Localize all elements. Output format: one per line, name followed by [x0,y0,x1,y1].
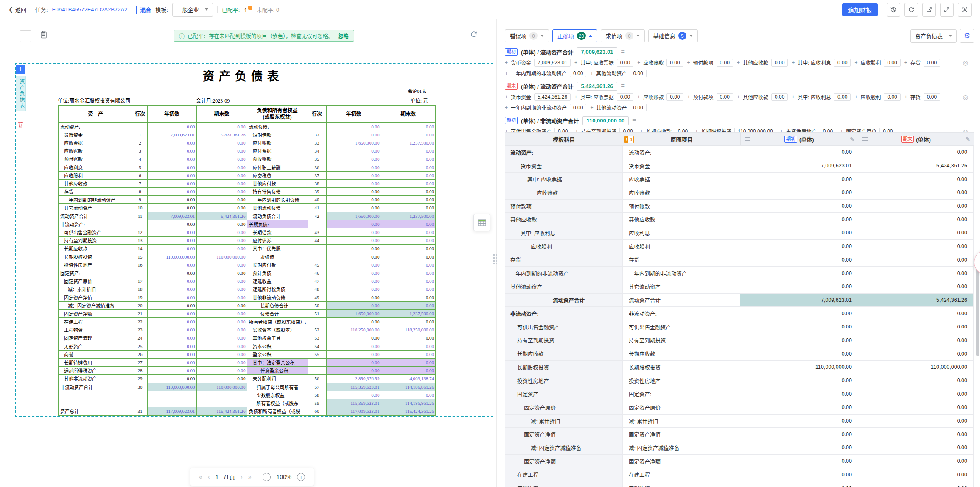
begin-value-cell[interactable]: 0.00 [740,374,858,387]
end-value-cell[interactable]: 0.00 [858,253,974,267]
trash-icon[interactable] [17,121,24,130]
end-value-cell[interactable]: 0.00 [858,146,974,159]
term-value[interactable]: 0.00 [619,128,636,133]
zoom-out-icon[interactable]: − [263,473,271,481]
settings-gear-icon[interactable]: ⚙ [960,29,974,43]
end-value-cell[interactable]: 0.00 [858,334,974,347]
panel-splitter-handle[interactable] [493,253,497,264]
eye-icon[interactable]: ◎ [963,59,968,66]
begin-value-cell[interactable]: 7,009,623.01 [740,294,858,307]
last-page-icon[interactable]: » [248,473,252,480]
term-value[interactable]: 5,424,361.26 [534,93,571,101]
begin-value-cell[interactable]: 0.00 [740,240,858,253]
term-value[interactable]: 0.00 [884,93,900,101]
begin-value-cell[interactable]: 0.00 [740,387,858,401]
mapping-row[interactable]: 减: 累计折旧减: 累计折旧0.000.00 [505,415,974,428]
history-icon[interactable] [887,3,900,17]
formula-total[interactable]: 110,000,000.00 [582,116,629,125]
begin-value-cell[interactable]: 0.00 [740,481,858,487]
list-icon[interactable] [745,137,750,142]
end-value-cell[interactable]: 0.00 [858,374,974,387]
begin-value-cell[interactable]: 0.00 [740,253,858,267]
begin-value-cell[interactable]: 0.00 [740,441,858,454]
begin-value-cell[interactable]: 0.00 [740,401,858,414]
mapping-row[interactable]: 固定资产原价固定资产原价0.000.00 [505,401,974,415]
fullscreen-icon[interactable] [940,3,954,17]
begin-value-cell[interactable]: 0.00 [740,226,858,239]
mapping-row[interactable]: 固定资产净额固定资产净额0.000.00 [505,455,974,468]
template-select[interactable]: 一般企业 [172,3,213,17]
refresh-icon[interactable] [904,3,918,17]
mapping-row[interactable]: 投资性房地产投资性房地产0.000.00 [505,374,974,388]
mapping-row[interactable]: 货币资金货币资金7,009,623.015,424,361.26 [505,159,974,173]
term-value[interactable]: 7,009,623.01 [534,59,571,67]
end-value-cell[interactable]: 0.00 [858,347,974,360]
end-value-cell[interactable]: 0.00 [858,468,974,481]
term-value[interactable]: 0.00 [617,59,633,67]
mapping-row[interactable]: 持有至到期投资持有至到期投资0.000.00 [505,334,974,348]
prev-page-icon[interactable]: ‹ [208,473,210,480]
begin-value-cell[interactable]: 0.00 [740,415,858,428]
end-value-cell[interactable]: 0.00 [858,307,974,320]
term-value[interactable]: 0.00 [771,59,788,67]
begin-value-cell[interactable]: 0.00 [740,200,858,213]
end-value-cell[interactable]: 0.00 [858,267,974,280]
mapping-row[interactable]: 减: 固定资产减值准备减: 固定资产减值准备0.000.00 [505,441,974,455]
begin-value-cell[interactable]: 0.00 [740,186,858,199]
begin-value-cell[interactable]: 0.00 [740,428,858,441]
mapping-row[interactable]: 其他应收款其他应收款0.000.00 [505,213,974,226]
end-value-cell[interactable]: 0.00 [858,455,974,468]
term-value[interactable]: 0.00 [570,104,586,111]
term-value[interactable]: 0.00 [771,93,788,101]
mapping-row[interactable]: 流动资产合计流动资产合计7,009,623.015,424,361.26 [505,294,974,307]
balance-sheet-document[interactable]: 资产负债表 会企01表 单位:丽水金汇股权投资有限公司 会计月:2023-09 … [15,63,493,417]
eye-icon[interactable]: ◎ [963,94,968,100]
mapping-row[interactable]: 固定资产净值固定资产净值0.000.00 [505,428,974,441]
end-value-cell[interactable]: 0.00 [858,280,974,293]
end-value-cell[interactable]: 5,424,361.26 [858,294,974,307]
end-value-cell[interactable]: 0.00 [858,173,974,186]
formula-total[interactable]: 7,009,623.01 [577,47,618,56]
term-value[interactable]: 0.00 [924,93,940,101]
chip-error-items[interactable]: 错误项0 [505,29,549,42]
term-value[interactable]: 0.00 [717,59,733,67]
end-value-cell[interactable]: 0.00 [858,186,974,199]
begin-value-cell[interactable]: 0.00 [740,213,858,226]
end-value-cell[interactable]: 0.00 [858,415,974,428]
end-value-cell[interactable]: 0.00 [858,200,974,213]
rotate-icon[interactable] [470,31,478,40]
begin-value-cell[interactable]: 110,000,000.00 [740,361,858,374]
term-value[interactable]: 0.00 [570,70,586,77]
begin-value-cell[interactable]: 0.00 [740,468,858,481]
term-value[interactable]: 0.00 [630,104,646,111]
term-value[interactable]: 0.00 [879,128,896,133]
open-external-icon[interactable] [922,3,936,17]
mapping-row[interactable]: 其中: 应收利息应收利息0.000.00 [505,226,974,240]
next-page-icon[interactable]: › [241,473,243,480]
chip-correct-items[interactable]: 正确项20 [552,29,597,42]
term-value[interactable]: 0.00 [924,59,940,67]
mapping-row[interactable]: 长期应收款长期应收款0.000.00 [505,347,974,361]
mapping-row[interactable]: 流动资产:流动资产:0.000.00 [505,146,974,159]
end-value-cell[interactable]: 0.00 [858,226,974,239]
term-value[interactable]: 0.00 [630,70,646,77]
end-value-cell[interactable]: 0.00 [858,481,974,487]
term-value[interactable]: 0.00 [820,128,836,133]
mapping-row[interactable]: 其中: 应收票据应收票据0.000.00 [505,173,974,186]
begin-value-cell[interactable]: 0.00 [740,307,858,320]
mapping-row[interactable]: 其他流动资产其它流动资产0.000.00 [505,280,974,294]
chip-basic-info[interactable]: 基础信息5 [648,29,698,42]
mapping-row[interactable]: 一年内到期的非流动资产一年内到期的非流动资产0.000.00 [505,267,974,280]
end-value-cell[interactable]: 0.00 [858,240,974,253]
end-value-cell[interactable]: 0.00 [858,320,974,334]
mapping-row[interactable]: 预付款项预付账款0.000.00 [505,200,974,213]
mapping-row[interactable]: 存货存货0.000.00 [505,253,974,267]
list-icon[interactable] [862,137,868,142]
eye-icon[interactable]: ◎ [963,128,968,133]
begin-value-cell[interactable]: 0.00 [740,334,858,347]
begin-value-cell[interactable]: 0.00 [740,146,858,159]
sheet-tab-balance-sheet[interactable]: 资产负债表 [16,76,26,111]
term-value[interactable]: 0.00 [666,59,683,67]
end-value-cell[interactable]: 0.00 [858,401,974,414]
thumbnail-panel-icon[interactable] [20,30,31,42]
